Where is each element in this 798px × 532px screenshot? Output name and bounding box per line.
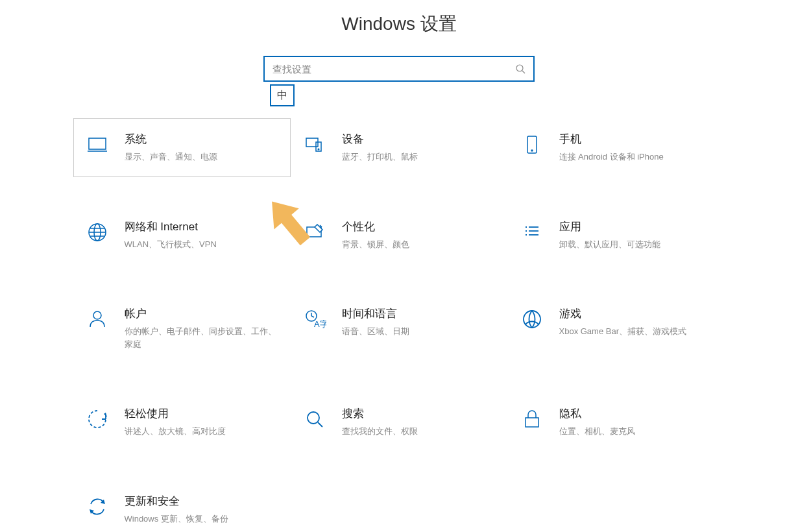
svg-point-29 bbox=[308, 412, 319, 424]
svg-rect-31 bbox=[526, 418, 538, 427]
gaming-icon bbox=[519, 306, 545, 332]
setting-desc: 查找我的文件、权限 bbox=[342, 425, 497, 438]
setting-title: 隐私 bbox=[559, 406, 714, 421]
setting-desc: 蓝牙、打印机、鼠标 bbox=[342, 151, 497, 163]
setting-phone[interactable]: 手机 连接 Android 设备和 iPhone bbox=[508, 118, 725, 177]
settings-grid: 系统 显示、声音、通知、电源 设备 蓝牙、打印机、鼠标 手机 连接 Androi… bbox=[0, 87, 798, 532]
svg-line-1 bbox=[522, 71, 525, 73]
setting-title: 更新和安全 bbox=[125, 494, 280, 509]
setting-title: 搜索 bbox=[342, 406, 497, 421]
setting-desc: 讲述人、放大镜、高对比度 bbox=[125, 425, 280, 438]
setting-text: 设备 蓝牙、打印机、鼠标 bbox=[342, 132, 497, 163]
system-icon bbox=[84, 132, 110, 158]
setting-text: 网络和 Internet WLAN、飞行模式、VPN bbox=[125, 219, 280, 251]
setting-privacy[interactable]: 隐私 位置、相机、麦克风 bbox=[508, 393, 725, 452]
setting-title: 个性化 bbox=[342, 219, 497, 234]
setting-title: 轻松使用 bbox=[125, 406, 280, 421]
setting-network[interactable]: 网络和 Internet WLAN、飞行模式、VPN bbox=[73, 206, 291, 265]
setting-text: 轻松使用 讲述人、放大镜、高对比度 bbox=[125, 406, 280, 438]
setting-text: 个性化 背景、锁屏、颜色 bbox=[342, 219, 497, 251]
setting-desc: Windows 更新、恢复、备份 bbox=[125, 513, 280, 526]
setting-update-security[interactable]: 更新和安全 Windows 更新、恢复、备份 bbox=[73, 480, 291, 533]
setting-gaming[interactable]: 游戏 Xbox Game Bar、捕获、游戏模式 bbox=[508, 293, 725, 364]
search-box[interactable] bbox=[263, 56, 535, 82]
setting-text: 搜索 查找我的文件、权限 bbox=[342, 406, 497, 438]
setting-desc: 背景、锁屏、颜色 bbox=[342, 238, 497, 251]
personalization-icon bbox=[302, 219, 328, 245]
svg-point-0 bbox=[516, 65, 523, 71]
setting-title: 网络和 Internet bbox=[125, 219, 280, 234]
svg-point-8 bbox=[531, 150, 533, 151]
setting-desc: 卸载、默认应用、可选功能 bbox=[559, 238, 714, 251]
svg-point-27 bbox=[524, 311, 540, 328]
setting-desc: Xbox Game Bar、捕获、游戏模式 bbox=[559, 325, 714, 338]
setting-text: 帐户 你的帐户、电子邮件、同步设置、工作、家庭 bbox=[125, 306, 280, 350]
devices-icon bbox=[302, 132, 328, 158]
setting-accounts[interactable]: 帐户 你的帐户、电子邮件、同步设置、工作、家庭 bbox=[73, 293, 291, 364]
accounts-icon bbox=[84, 306, 110, 332]
setting-search[interactable]: 搜索 查找我的文件、权限 bbox=[291, 393, 508, 452]
setting-time-language[interactable]: A字 时间和语言 语音、区域、日期 bbox=[291, 293, 508, 364]
network-icon bbox=[84, 219, 110, 245]
setting-desc: 语音、区域、日期 bbox=[342, 325, 497, 338]
setting-title: 手机 bbox=[559, 132, 714, 147]
setting-title: 设备 bbox=[342, 132, 497, 147]
setting-text: 应用 卸载、默认应用、可选功能 bbox=[559, 219, 714, 251]
setting-personalization[interactable]: 个性化 背景、锁屏、颜色 bbox=[291, 206, 508, 265]
setting-title: 系统 bbox=[125, 132, 280, 147]
setting-apps[interactable]: 应用 卸载、默认应用、可选功能 bbox=[508, 206, 725, 265]
search-category-icon bbox=[302, 406, 328, 432]
ease-of-access-icon bbox=[84, 406, 110, 432]
ime-indicator[interactable]: 中 bbox=[270, 84, 295, 106]
setting-title: 时间和语言 bbox=[342, 306, 497, 321]
svg-line-25 bbox=[311, 316, 314, 317]
setting-devices[interactable]: 设备 蓝牙、打印机、鼠标 bbox=[291, 118, 508, 177]
setting-text: 游戏 Xbox Game Bar、捕获、游戏模式 bbox=[559, 306, 714, 338]
privacy-icon bbox=[519, 406, 545, 432]
setting-desc: WLAN、飞行模式、VPN bbox=[125, 238, 280, 251]
page-title: Windows 设置 bbox=[0, 0, 798, 56]
setting-desc: 连接 Android 设备和 iPhone bbox=[559, 151, 714, 163]
search-input[interactable] bbox=[265, 64, 507, 75]
setting-ease-of-access[interactable]: 轻松使用 讲述人、放大镜、高对比度 bbox=[73, 393, 291, 452]
update-security-icon bbox=[84, 494, 110, 520]
apps-icon bbox=[519, 219, 545, 245]
setting-system[interactable]: 系统 显示、声音、通知、电源 bbox=[73, 118, 291, 177]
setting-title: 应用 bbox=[559, 219, 714, 234]
setting-text: 时间和语言 语音、区域、日期 bbox=[342, 306, 497, 338]
setting-text: 隐私 位置、相机、麦克风 bbox=[559, 406, 714, 438]
setting-text: 手机 连接 Android 设备和 iPhone bbox=[559, 132, 714, 163]
setting-desc: 显示、声音、通知、电源 bbox=[125, 151, 280, 163]
svg-point-22 bbox=[93, 311, 101, 319]
setting-text: 系统 显示、声音、通知、电源 bbox=[125, 132, 280, 163]
setting-title: 游戏 bbox=[559, 306, 714, 321]
search-icon[interactable] bbox=[507, 64, 533, 74]
setting-desc: 你的帐户、电子邮件、同步设置、工作、家庭 bbox=[125, 325, 280, 350]
svg-point-6 bbox=[318, 149, 319, 150]
setting-text: 更新和安全 Windows 更新、恢复、备份 bbox=[125, 494, 280, 526]
svg-rect-2 bbox=[89, 138, 106, 149]
time-language-icon: A字 bbox=[302, 306, 328, 332]
search-container: 中 bbox=[0, 56, 798, 82]
phone-icon bbox=[519, 132, 545, 158]
setting-desc: 位置、相机、麦克风 bbox=[559, 425, 714, 438]
svg-line-30 bbox=[318, 422, 322, 427]
setting-title: 帐户 bbox=[125, 306, 280, 321]
svg-text:A字: A字 bbox=[314, 319, 326, 329]
